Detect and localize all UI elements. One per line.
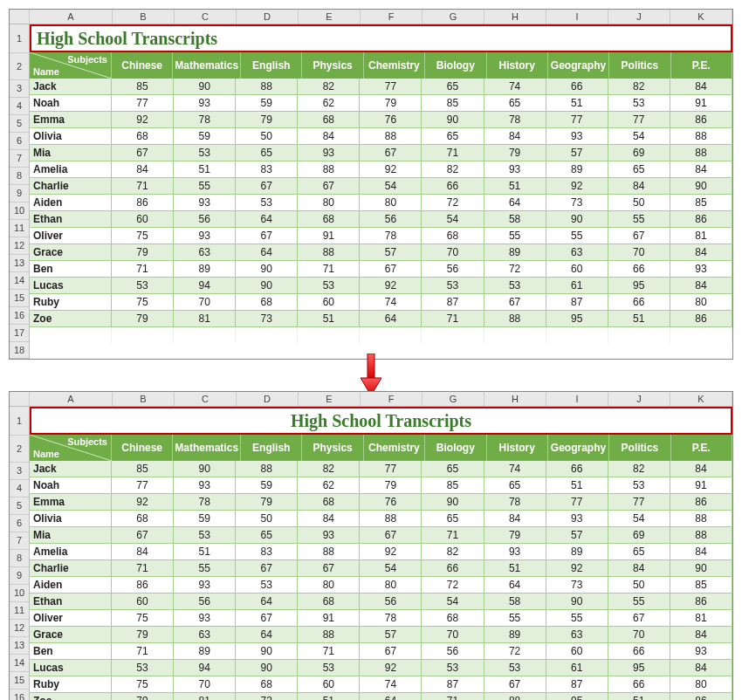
value-cell[interactable]: 93 — [298, 527, 360, 544]
column-header[interactable]: Biology — [425, 52, 486, 79]
row-number[interactable]: 5 — [10, 498, 29, 515]
value-cell[interactable]: 73 — [546, 577, 608, 594]
name-cell[interactable]: Zoe — [30, 311, 112, 327]
value-cell[interactable]: 57 — [360, 244, 422, 261]
value-cell[interactable]: 53 — [608, 95, 670, 112]
value-cell[interactable]: 90 — [174, 461, 236, 477]
value-cell[interactable]: 51 — [174, 161, 236, 178]
col-letter[interactable]: F — [361, 10, 423, 24]
table-row[interactable]: Lucas53949053925353619584 — [30, 278, 732, 294]
col-letter[interactable]: C — [175, 10, 237, 24]
name-cell[interactable]: Ruby — [30, 294, 112, 311]
value-cell[interactable]: 67 — [360, 527, 422, 544]
col-letter[interactable]: H — [484, 392, 546, 406]
value-cell[interactable]: 84 — [670, 161, 732, 178]
table-row[interactable]: Noah77935962798565515391 — [30, 477, 732, 494]
row-number[interactable]: 14 — [10, 272, 29, 290]
value-cell[interactable]: 84 — [670, 79, 732, 95]
value-cell[interactable]: 93 — [670, 261, 732, 278]
column-header[interactable]: Chinese — [112, 52, 173, 79]
value-cell[interactable]: 57 — [360, 627, 422, 643]
row-number[interactable]: 10 — [10, 585, 29, 602]
value-cell[interactable]: 93 — [546, 511, 608, 527]
value-cell[interactable]: 92 — [360, 544, 422, 560]
value-cell[interactable]: 67 — [236, 610, 298, 627]
value-cell[interactable]: 70 — [174, 294, 236, 311]
value-cell[interactable]: 51 — [546, 477, 608, 494]
empty-row[interactable] — [30, 327, 732, 343]
value-cell[interactable]: 67 — [236, 228, 298, 244]
value-cell[interactable]: 93 — [670, 643, 732, 660]
value-cell[interactable]: 60 — [546, 261, 608, 278]
table-row[interactable]: Charlie71556767546651928490 — [30, 178, 732, 195]
title-cell-after[interactable]: High School Transcripts — [30, 407, 732, 435]
value-cell[interactable]: 87 — [546, 294, 608, 311]
row-number[interactable]: 9 — [10, 567, 29, 585]
value-cell[interactable]: 86 — [670, 594, 732, 610]
value-cell[interactable]: 84 — [484, 511, 546, 527]
table-row[interactable]: Noah77935962798565515391 — [30, 95, 732, 112]
value-cell[interactable]: 86 — [670, 693, 732, 700]
col-letter[interactable]: K — [670, 392, 732, 406]
value-cell[interactable]: 87 — [546, 676, 608, 693]
value-cell[interactable]: 77 — [608, 112, 670, 128]
name-cell[interactable]: Lucas — [30, 278, 112, 294]
name-cell[interactable]: Jack — [30, 461, 112, 477]
value-cell[interactable]: 68 — [112, 128, 174, 145]
value-cell[interactable]: 79 — [360, 95, 422, 112]
value-cell[interactable]: 68 — [422, 610, 484, 627]
value-cell[interactable]: 89 — [546, 544, 608, 560]
table-row[interactable]: Amelia84518388928293896584 — [30, 161, 732, 178]
name-cell[interactable]: Ruby — [30, 676, 112, 693]
value-cell[interactable]: 58 — [484, 594, 546, 610]
value-cell[interactable]: 84 — [112, 544, 174, 560]
column-header[interactable]: Geography — [548, 435, 609, 461]
table-row[interactable]: Emma92787968769078777786 — [30, 112, 732, 128]
value-cell[interactable]: 92 — [360, 660, 422, 676]
name-cell[interactable]: Mia — [30, 527, 112, 544]
value-cell[interactable]: 93 — [484, 544, 546, 560]
value-cell[interactable]: 53 — [112, 278, 174, 294]
row-number[interactable]: 15 — [10, 290, 29, 307]
column-header[interactable]: P.E. — [671, 435, 732, 461]
value-cell[interactable]: 73 — [236, 693, 298, 700]
value-cell[interactable]: 85 — [112, 79, 174, 95]
value-cell[interactable]: 86 — [112, 577, 174, 594]
value-cell[interactable]: 68 — [236, 676, 298, 693]
value-cell[interactable]: 93 — [174, 610, 236, 627]
table-row[interactable]: Ben71899071675672606693 — [30, 643, 732, 660]
value-cell[interactable]: 84 — [670, 244, 732, 261]
value-cell[interactable]: 92 — [360, 161, 422, 178]
value-cell[interactable]: 87 — [422, 676, 484, 693]
value-cell[interactable]: 90 — [236, 261, 298, 278]
column-header[interactable]: English — [241, 52, 302, 79]
row-number[interactable]: 8 — [10, 550, 29, 567]
value-cell[interactable]: 77 — [546, 112, 608, 128]
name-cell[interactable]: Noah — [30, 477, 112, 494]
value-cell[interactable]: 59 — [174, 511, 236, 527]
value-cell[interactable]: 81 — [670, 228, 732, 244]
value-cell[interactable]: 75 — [112, 294, 174, 311]
value-cell[interactable]: 60 — [298, 676, 360, 693]
row-number[interactable]: 8 — [10, 168, 29, 185]
value-cell[interactable]: 94 — [174, 660, 236, 676]
value-cell[interactable]: 81 — [174, 311, 236, 327]
table-row[interactable]: Aiden86935380807264735085 — [30, 195, 732, 211]
value-cell[interactable]: 68 — [112, 511, 174, 527]
row-number[interactable]: 1 — [10, 407, 29, 436]
value-cell[interactable]: 51 — [298, 693, 360, 700]
value-cell[interactable]: 51 — [608, 693, 670, 700]
table-row[interactable]: Mia67536593677179576988 — [30, 527, 732, 544]
row-number[interactable]: 12 — [10, 620, 29, 637]
value-cell[interactable]: 93 — [174, 195, 236, 211]
name-cell[interactable]: Oliver — [30, 228, 112, 244]
column-header[interactable]: English — [241, 435, 302, 461]
value-cell[interactable]: 67 — [112, 527, 174, 544]
value-cell[interactable]: 74 — [360, 676, 422, 693]
value-cell[interactable]: 53 — [236, 577, 298, 594]
value-cell[interactable]: 92 — [360, 278, 422, 294]
value-cell[interactable]: 82 — [298, 461, 360, 477]
value-cell[interactable]: 92 — [112, 494, 174, 511]
value-cell[interactable]: 66 — [608, 643, 670, 660]
name-cell[interactable]: Ethan — [30, 594, 112, 610]
